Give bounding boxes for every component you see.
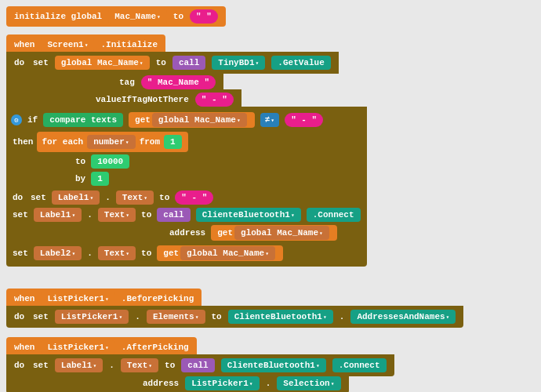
do-set-label1-row: do set Label1 ▾ . Text ▾ to " - " (11, 190, 362, 205)
connect-method[interactable]: .Connect (307, 208, 361, 222)
set-label-3: set (11, 210, 30, 220)
set-lp-keyword: set (31, 312, 50, 321)
dot-1: . (103, 193, 112, 202)
before-picking-event: .BeforePicking (120, 294, 195, 303)
to-label-5: to (140, 249, 153, 258)
lp1-before-comp[interactable]: ListPicker1 ▾ (41, 292, 114, 306)
initialize-event: .Initialize (99, 40, 159, 49)
dot-ap: . (107, 361, 116, 370)
set-label2-row: set Label2 ▾ . Text ▾ to get global Mac_… (11, 245, 362, 262)
set-label-2: set (29, 193, 48, 202)
then-row: then for each number ▾ from 1 (11, 132, 362, 152)
text-prop-2[interactable]: Text ▾ (98, 208, 136, 222)
to-keyword-1: to (154, 58, 168, 67)
value-if-tag-label: valueIfTagNotThere (94, 95, 191, 104)
tag-label: tag (118, 78, 136, 87)
dash-val-do: " - " (175, 191, 213, 205)
when-lp-label: when (13, 294, 36, 303)
by-value: 1 (91, 172, 109, 186)
gear-icon[interactable]: ⚙ (11, 114, 22, 125)
for-each-label: for each (42, 137, 83, 147)
do-keyword: do (13, 58, 28, 67)
for-each-block: for each number ▾ from 1 (37, 132, 187, 152)
to-lp-label: to (210, 312, 223, 321)
init-value: " " (190, 9, 218, 24)
addresses-method[interactable]: AddressesAndNames ▾ (350, 310, 456, 324)
do-label-2: do (11, 193, 27, 202)
number-var[interactable]: number ▾ (87, 135, 135, 149)
screen1-label: Screen1 (47, 40, 83, 49)
address-ap-row: address ListPicker1 ▾ . Selection ▾ (6, 373, 349, 392)
global-macname-var[interactable]: global Mac_Name ▾ (55, 56, 150, 70)
global-macname-text: global Mac_Name (61, 58, 139, 67)
set-ap-keyword: set (31, 361, 50, 370)
elements-prop[interactable]: Elements ▾ (147, 310, 205, 324)
label2-comp[interactable]: Label2 ▾ (34, 246, 82, 260)
then-label: then (11, 137, 34, 147)
var-dropdown-arrow: ▾ (157, 13, 161, 20)
lp1-after-comp[interactable]: ListPicker1 ▾ (41, 340, 114, 354)
from-label: from (140, 137, 160, 147)
dot-ap2: . (264, 379, 273, 388)
selection-prop[interactable]: Selection ▾ (277, 376, 340, 390)
call-tinybD[interactable]: call (172, 56, 205, 70)
var-name-label: Mac_Name (114, 12, 156, 21)
to-ap-label: to (163, 361, 176, 370)
dot-2: . (85, 210, 94, 220)
get-global-macname-label2[interactable]: get global Mac_Name ▾ (157, 245, 283, 261)
text-prop-3[interactable]: Text ▾ (98, 246, 136, 260)
label1-comp[interactable]: Label1 ▾ (52, 191, 100, 205)
set-label-4: set (11, 249, 30, 258)
get-global-macname-addr[interactable]: get global Mac_Name ▾ (211, 225, 337, 241)
label1-comp-2[interactable]: Label1 ▾ (34, 208, 82, 222)
text-ap-prop[interactable]: Text ▾ (121, 358, 158, 372)
address-label: address (168, 228, 207, 238)
set-label1-connect-row: set Label1 ▾ . Text ▾ to call ClienteBlu… (11, 207, 362, 223)
if-label: if (26, 115, 39, 125)
tag-value: " Mac_Name " (141, 75, 216, 89)
screen1-comp[interactable]: Screen1 ▾ (41, 38, 94, 52)
to-label: to (172, 12, 185, 21)
dot-lp2: . (338, 312, 347, 321)
call-bt1[interactable]: call (157, 208, 190, 222)
do-ap-keyword: do (13, 361, 28, 370)
do-block-tinybD: do set global Mac_Name ▾ to call TinyBD1… (6, 52, 339, 74)
do-lp-elements-block: do set ListPicker1 ▾ . Elements ▾ to Cli… (6, 306, 463, 328)
dash-value-if: " - " (285, 113, 323, 127)
after-picking-event: .AfterPicking (120, 343, 191, 352)
neq-op[interactable]: ≠ ▾ (260, 113, 279, 127)
dot-3: . (85, 249, 94, 258)
to-label-loop: to (74, 157, 87, 166)
getvalue-method[interactable]: .GetValue (271, 56, 330, 70)
compare-texts-label: compare texts (49, 115, 117, 125)
connect-ap-method[interactable]: .Connect (332, 358, 387, 372)
to-row: to 10000 (74, 154, 362, 169)
to-label-3: to (158, 193, 171, 202)
address-row: address get global Mac_Name ▾ (168, 224, 362, 241)
when-lp-after-label: when (13, 343, 36, 352)
if-container: ⚙ if compare texts get global Mac_Name ▾… (6, 107, 367, 267)
mac-name-var[interactable]: Mac_Name ▾ (108, 9, 167, 24)
label1-ap-comp[interactable]: Label1 ▾ (55, 358, 103, 372)
lp1-selection-val[interactable]: ListPicker1 ▾ (185, 376, 259, 390)
lp1-elements-comp[interactable]: ListPicker1 ▾ (55, 310, 129, 324)
get-global-macname-if[interactable]: get global Mac_Name ▾ (129, 112, 255, 128)
to-label-4: to (140, 210, 153, 220)
to-value: 10000 (91, 154, 129, 169)
by-label: by (74, 174, 87, 183)
set-keyword: set (31, 58, 50, 67)
when-label: when (13, 40, 36, 49)
by-row: by 1 (74, 171, 362, 187)
init-value-text: " " (196, 12, 212, 21)
compare-texts-block[interactable]: compare texts (43, 113, 123, 127)
bt1-comp-lp[interactable]: ClienteBluetooth1 ▾ (228, 310, 333, 324)
call-ap-bt[interactable]: call (181, 358, 214, 372)
text-prop-1[interactable]: Text ▾ (116, 191, 154, 205)
if-row: ⚙ if compare texts get global Mac_Name ▾… (11, 111, 362, 129)
bt1-ap-comp[interactable]: ClienteBluetooth1 ▾ (221, 358, 326, 372)
value-if-tag-value: " - " (195, 93, 234, 107)
screen1-arrow: ▾ (85, 42, 89, 49)
tinybD1-comp[interactable]: TinyBD1 ▾ (212, 56, 265, 70)
bt1-comp[interactable]: ClienteBluetooth1 ▾ (196, 208, 301, 222)
init-global-block: initialize global Mac_Name ▾ to " " (6, 6, 226, 27)
